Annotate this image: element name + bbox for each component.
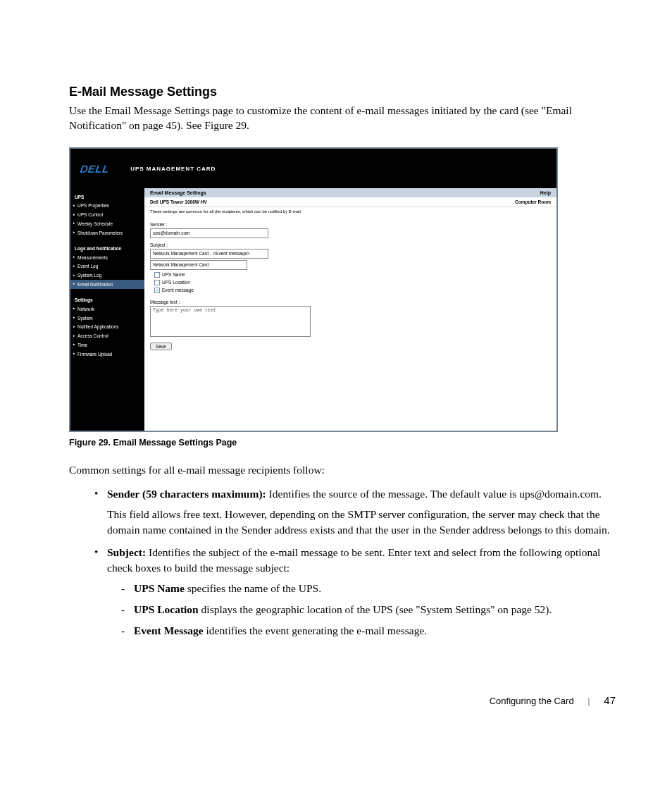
nav-section-logs: Logs and Notification: [70, 243, 144, 253]
sub-ups-name-text: specifies the name of the UPS.: [185, 582, 321, 594]
nav-item-shutdown-parameters[interactable]: Shutdown Parameters: [70, 228, 144, 238]
nav-item-weekly-schedule[interactable]: Weekly Schedule: [70, 219, 144, 228]
bullet-subject: Subject: Identifies the subject of the e…: [94, 545, 616, 638]
sub-event-message-label: Event Message: [134, 624, 204, 636]
dell-logo: DELL: [80, 163, 109, 175]
sub-ups-name-label: UPS Name: [134, 582, 185, 594]
checkbox-event-message[interactable]: ✓: [154, 288, 160, 293]
checkbox-ups-location-label: UPS Location: [162, 280, 190, 285]
subject-input[interactable]: [150, 260, 247, 270]
figure-caption: Figure 29. Email Message Settings Page: [69, 438, 616, 448]
nav-section-settings: Settings: [70, 295, 144, 304]
help-link[interactable]: Help: [540, 190, 551, 195]
sub-event-message-text: identifies the event generating the e-ma…: [204, 624, 428, 636]
nav-item-email-notification[interactable]: Email Notification: [70, 280, 144, 289]
bullet-subject-text: Identifies the subject of the e-mail mes…: [107, 546, 600, 574]
nav-item-system-log[interactable]: System Log: [70, 271, 144, 281]
footer-section: Configuring the Card: [490, 696, 574, 706]
page-footer: Configuring the Card | 47: [69, 694, 616, 706]
bullet-sender-text: Identifies the source of the message. Th…: [266, 488, 602, 500]
nav-item-system[interactable]: System: [70, 314, 144, 323]
bullet-sender: Sender (59 characters maximum): Identifi…: [94, 486, 616, 538]
checkbox-ups-location[interactable]: [154, 280, 160, 285]
content-note: These settings are common for all the re…: [144, 207, 556, 219]
checkbox-ups-name[interactable]: [154, 272, 160, 278]
bullet-sender-para2: This field allows free text. However, de…: [107, 507, 616, 537]
bullet-subject-label: Subject:: [107, 546, 146, 558]
nav-item-ups-control[interactable]: UPS Control: [70, 211, 144, 220]
sender-label: Sender :: [150, 222, 551, 227]
checkbox-ups-name-label: UPS Name: [162, 272, 185, 277]
subject-preview-input[interactable]: [150, 249, 268, 259]
sub-event-message: Event Message identifies the event gener…: [121, 623, 616, 639]
bullet-list: Sender (59 characters maximum): Identifi…: [94, 486, 616, 639]
intro-paragraph: Use the Email Message Settings page to c…: [69, 104, 616, 133]
content-subheader: Dell UPS Tower 1000W HV Computer Room: [144, 197, 556, 207]
message-label: Message text :: [150, 300, 551, 304]
content-header-title: Email Message Settings: [150, 190, 206, 195]
app-body: UPS UPS Properties UPS Control Weekly Sc…: [70, 188, 556, 431]
footer-separator: |: [587, 696, 590, 706]
app-header-title: UPS MANAGEMENT CARD: [130, 166, 216, 172]
content-header: Email Message Settings Help: [144, 188, 556, 197]
nav-item-access-control[interactable]: Access Control: [70, 332, 144, 341]
nav-item-firmware-upload[interactable]: Firmware Upload: [70, 350, 144, 359]
sub-ups-location-text: displays the geographic location of the …: [199, 603, 552, 615]
app-shell: DELL UPS MANAGEMENT CARD UPS UPS Propert…: [70, 149, 556, 431]
section-title: E-Mail Message Settings: [69, 85, 616, 99]
nav-item-time[interactable]: Time: [70, 340, 144, 350]
bullet-sender-label: Sender (59 characters maximum):: [107, 488, 266, 500]
checkbox-row-ups-name: UPS Name: [154, 272, 551, 278]
sub-ups-name: UPS Name specifies the name of the UPS.: [121, 581, 616, 596]
nav-item-event-log[interactable]: Event Log: [70, 262, 144, 271]
sidebar: UPS UPS Properties UPS Control Weekly Sc…: [70, 188, 144, 431]
nav-section-ups: UPS: [70, 192, 144, 202]
nav-item-measurements[interactable]: Measurements: [70, 253, 144, 262]
content-area: Email Message Settings Help Dell UPS Tow…: [144, 188, 556, 431]
save-button[interactable]: Save: [150, 343, 172, 350]
sub-bullet-list: UPS Name specifies the name of the UPS. …: [121, 581, 616, 638]
common-intro: Common settings for all e-mail message r…: [69, 463, 616, 478]
content-form: Sender : Subject : UPS Name: [144, 219, 556, 431]
checkbox-row-ups-location: UPS Location: [154, 280, 551, 285]
sub-ups-location: UPS Location displays the geographic loc…: [121, 602, 616, 617]
nav-item-network[interactable]: Network: [70, 304, 144, 314]
figure-box: DELL UPS MANAGEMENT CARD UPS UPS Propert…: [69, 147, 558, 432]
nav-item-notified-applications[interactable]: Notified Applications: [70, 323, 144, 332]
device-name: Dell UPS Tower 1000W HV: [150, 199, 207, 204]
checkbox-event-message-label: Event message: [162, 288, 194, 292]
subject-label: Subject :: [150, 242, 551, 247]
app-header: DELL UPS MANAGEMENT CARD: [70, 149, 556, 188]
nav-item-ups-properties[interactable]: UPS Properties: [70, 202, 144, 211]
page-number: 47: [604, 694, 616, 706]
sub-ups-location-label: UPS Location: [134, 603, 199, 615]
checkbox-row-event-message: ✓ Event message: [154, 288, 551, 293]
message-textarea[interactable]: Type here your own text: [150, 306, 311, 337]
sender-input[interactable]: [150, 228, 268, 238]
device-location: Computer Room: [515, 199, 551, 204]
